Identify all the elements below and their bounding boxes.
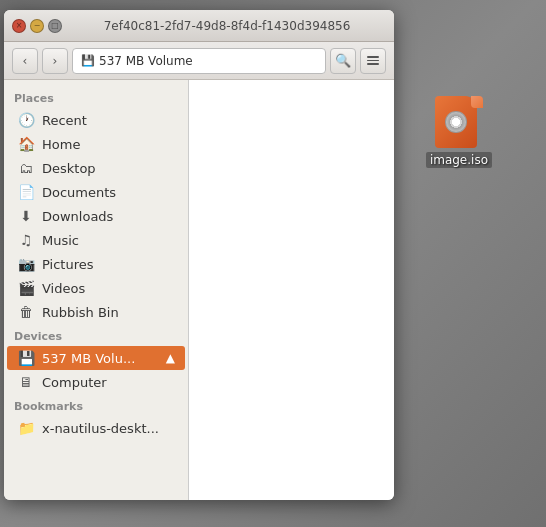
home-icon: 🏠 [18, 136, 34, 152]
rubbish-icon: 🗑 [18, 304, 34, 320]
maximize-button[interactable]: □ [48, 19, 62, 33]
desktop: × − □ 7ef40c81-2fd7-49d8-8f4d-f1430d3948… [0, 0, 546, 527]
menu-line-2 [367, 60, 379, 62]
close-icon: × [16, 21, 23, 30]
main-content: Places 🕐 Recent 🏠 Home 🗂 Desktop 📄 Docum… [4, 80, 394, 500]
eject-button[interactable]: ▲ [163, 350, 178, 366]
desktop-iso-file[interactable]: image.iso [422, 92, 496, 172]
music-icon: ♫ [18, 232, 34, 248]
iso-icon-corner [471, 96, 483, 108]
sidebar-item-label-recent: Recent [42, 113, 178, 128]
volume-icon: 💾 [18, 350, 34, 366]
sidebar-item-rubbish[interactable]: 🗑 Rubbish Bin [4, 300, 188, 324]
close-button[interactable]: × [12, 19, 26, 33]
location-drive-icon: 💾 [81, 54, 95, 67]
sidebar-item-pictures[interactable]: 📷 Pictures [4, 252, 188, 276]
pictures-icon: 📷 [18, 256, 34, 272]
minimize-button[interactable]: − [30, 19, 44, 33]
recent-icon: 🕐 [18, 112, 34, 128]
back-button[interactable]: ‹ [12, 48, 38, 74]
sidebar-item-label-volume: 537 MB Volu... [42, 351, 155, 366]
location-bar[interactable]: 💾 537 MB Volume [72, 48, 326, 74]
sidebar-item-computer[interactable]: 🖥 Computer [4, 370, 188, 394]
menu-line-3 [367, 63, 379, 65]
devices-section-header: Devices [4, 324, 188, 346]
file-area [189, 80, 394, 500]
sidebar-item-nautilus[interactable]: 📁 x-nautilus-deskt... [4, 416, 188, 440]
location-text: 537 MB Volume [99, 54, 193, 68]
sidebar-item-label-nautilus: x-nautilus-deskt... [42, 421, 178, 436]
sidebar: Places 🕐 Recent 🏠 Home 🗂 Desktop 📄 Docum… [4, 80, 189, 500]
sidebar-item-documents[interactable]: 📄 Documents [4, 180, 188, 204]
documents-icon: 📄 [18, 184, 34, 200]
sidebar-item-label-music: Music [42, 233, 178, 248]
bookmarks-section-header: Bookmarks [4, 394, 188, 416]
places-section-header: Places [4, 86, 188, 108]
search-button[interactable]: 🔍 [330, 48, 356, 74]
window-controls: × − □ [12, 19, 62, 33]
videos-icon: 🎬 [18, 280, 34, 296]
sidebar-item-videos[interactable]: 🎬 Videos [4, 276, 188, 300]
iso-disc [445, 111, 467, 133]
sidebar-item-recent[interactable]: 🕐 Recent [4, 108, 188, 132]
bookmark-icon: 📁 [18, 420, 34, 436]
search-icon: 🔍 [335, 53, 351, 68]
sidebar-item-label-documents: Documents [42, 185, 178, 200]
window-title: 7ef40c81-2fd7-49d8-8f4d-f1430d394856 [68, 19, 386, 33]
desktop-file-label: image.iso [426, 152, 492, 168]
menu-line-1 [367, 56, 379, 58]
sidebar-item-label-pictures: Pictures [42, 257, 178, 272]
sidebar-item-label-videos: Videos [42, 281, 178, 296]
sidebar-item-label-rubbish: Rubbish Bin [42, 305, 178, 320]
menu-button[interactable] [360, 48, 386, 74]
forward-button[interactable]: › [42, 48, 68, 74]
sidebar-item-volume[interactable]: 💾 537 MB Volu... ▲ [7, 346, 185, 370]
sidebar-item-home[interactable]: 🏠 Home [4, 132, 188, 156]
file-manager-window: × − □ 7ef40c81-2fd7-49d8-8f4d-f1430d3948… [4, 10, 394, 500]
sidebar-item-music[interactable]: ♫ Music [4, 228, 188, 252]
sidebar-item-label-desktop: Desktop [42, 161, 178, 176]
sidebar-item-label-downloads: Downloads [42, 209, 178, 224]
desktop-icon: 🗂 [18, 160, 34, 176]
sidebar-item-desktop[interactable]: 🗂 Desktop [4, 156, 188, 180]
computer-icon: 🖥 [18, 374, 34, 390]
maximize-icon: □ [51, 21, 59, 30]
minimize-icon: − [34, 21, 41, 30]
iso-icon [435, 96, 483, 148]
sidebar-item-label-computer: Computer [42, 375, 178, 390]
toolbar: ‹ › 💾 537 MB Volume 🔍 [4, 42, 394, 80]
sidebar-item-label-home: Home [42, 137, 178, 152]
downloads-icon: ⬇ [18, 208, 34, 224]
sidebar-item-downloads[interactable]: ⬇ Downloads [4, 204, 188, 228]
titlebar: × − □ 7ef40c81-2fd7-49d8-8f4d-f1430d3948… [4, 10, 394, 42]
